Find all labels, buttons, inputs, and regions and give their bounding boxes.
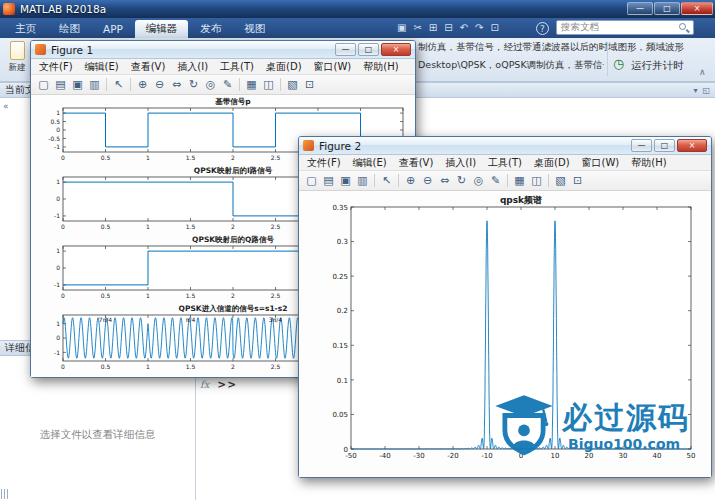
insert-legend-icon[interactable]: ▦	[243, 78, 260, 91]
zoom-out-icon[interactable]: ⊖	[419, 174, 436, 187]
phase-annotation: 7π/4	[99, 316, 112, 323]
svg-text:0: 0	[56, 264, 60, 271]
figure1-close-button[interactable]: ×	[381, 43, 411, 56]
redo-icon[interactable]: ↷	[475, 21, 483, 35]
panel-collapse-icon[interactable]: «	[3, 101, 9, 111]
figure1-titlebar[interactable]: Figure 1 — □ ×	[31, 41, 415, 59]
watermark-domain: Biguo100.com	[562, 436, 690, 452]
help-icon[interactable]: ?	[536, 22, 549, 35]
brush-icon[interactable]: ✎	[219, 78, 236, 91]
edit-plot-icon[interactable]: ↖	[110, 78, 127, 91]
pan-icon[interactable]: ⇔	[168, 78, 185, 91]
tab-apps[interactable]: APP	[92, 20, 134, 38]
zoom-out-icon[interactable]: ⊖	[151, 78, 168, 91]
figure1-maximize-button[interactable]: □	[358, 43, 379, 56]
menu-desktop[interactable]: 桌面(D)	[260, 60, 308, 74]
figure1-minimize-button[interactable]: —	[335, 43, 356, 56]
menu-insert[interactable]: 插入(I)	[439, 156, 482, 170]
menu-tools[interactable]: 工具(T)	[214, 60, 260, 74]
command-window-dock-icon[interactable]: ◱	[702, 86, 710, 95]
data-cursor-icon[interactable]: ◎	[202, 78, 219, 91]
open-file-icon[interactable]: ▤	[52, 78, 69, 91]
tab-plots[interactable]: 绘图	[48, 20, 91, 38]
save-figure-icon[interactable]: ▣	[69, 78, 86, 91]
doc-search-box[interactable]: 搜索文档	[556, 20, 694, 35]
watermark-text: 必过源码	[562, 402, 690, 434]
save-icon[interactable]: ▣	[397, 21, 406, 35]
app-close-button[interactable]: ×	[681, 2, 713, 15]
svg-text:0: 0	[61, 363, 65, 370]
zoom-in-icon[interactable]: ⊕	[402, 174, 419, 187]
insert-colorbar-icon[interactable]: ◫	[528, 174, 545, 187]
cut-icon[interactable]: ✂	[413, 21, 421, 35]
paste-icon[interactable]: ⊟	[444, 21, 452, 35]
zoom-in-icon[interactable]: ⊕	[134, 78, 151, 91]
run-and-time-label[interactable]: 运行并计时	[631, 59, 684, 73]
figure2-titlebar[interactable]: Figure 2 — □ ×	[299, 137, 711, 155]
biguo-logo-icon	[490, 388, 558, 460]
watermark: 必过源码 Biguo100.com	[490, 388, 715, 460]
tab-home[interactable]: 主页	[4, 20, 47, 38]
dock-figure-icon[interactable]: ⊡	[301, 78, 318, 91]
link-plots-icon[interactable]: ▧	[284, 78, 301, 91]
menu-file[interactable]: 文件(F)	[301, 156, 347, 170]
pan-icon[interactable]: ⇔	[436, 174, 453, 187]
menu-view[interactable]: 查看(V)	[393, 156, 440, 170]
copy-icon[interactable]: ⊞	[429, 21, 437, 35]
menu-edit[interactable]: 编辑(E)	[347, 156, 393, 170]
figure2-close-button[interactable]: ×	[677, 139, 707, 152]
run-and-time-icon[interactable]: ◷	[613, 56, 624, 71]
edit-plot-icon[interactable]: ↖	[378, 174, 395, 187]
dock-figure-icon[interactable]: ⊡	[569, 174, 586, 187]
baseband-title: 基带信号p	[214, 97, 251, 106]
command-prompt[interactable]: fx >>	[200, 378, 237, 390]
collapse-ribbon-icon[interactable]: ∧	[699, 67, 706, 77]
rotate-3d-icon[interactable]: ↻	[453, 174, 470, 187]
menu-file[interactable]: 文件(F)	[33, 60, 79, 74]
svg-text:2.5: 2.5	[271, 154, 281, 161]
save-figure-icon[interactable]: ▣	[337, 174, 354, 187]
menu-edit[interactable]: 编辑(E)	[79, 60, 125, 74]
ribbon-text-line2: Desktop\QPSK，oQPSK调制仿真，基带信号，经过带通滤波器，	[418, 59, 604, 72]
quick-access-toolbar: ▣✂⊞⊟↶↷⊡	[397, 21, 499, 35]
brush-icon[interactable]: ✎	[487, 174, 504, 187]
new-script-button[interactable]: 新建	[4, 41, 30, 74]
app-titlebar[interactable]: MATLAB R2018a — □ ×	[0, 0, 715, 18]
tab-publish[interactable]: 发布	[189, 20, 232, 38]
svg-text:-1: -1	[54, 349, 60, 356]
toolbar-separator	[374, 174, 375, 187]
insert-colorbar-icon[interactable]: ◫	[260, 78, 277, 91]
figure2-maximize-button[interactable]: □	[654, 139, 675, 152]
tab-view[interactable]: 视图	[233, 20, 276, 38]
menu-window[interactable]: 窗口(W)	[576, 156, 626, 170]
search-icon[interactable]	[679, 23, 689, 33]
resize-grip[interactable]	[1, 489, 10, 499]
new-figure-icon[interactable]: ▢	[303, 174, 320, 187]
menu-insert[interactable]: 插入(I)	[171, 60, 214, 74]
menu-desktop[interactable]: 桌面(D)	[528, 156, 576, 170]
svg-text:2: 2	[231, 154, 235, 161]
app-minimize-button[interactable]: —	[627, 2, 653, 15]
menu-window[interactable]: 窗口(W)	[308, 60, 358, 74]
app-maximize-button[interactable]: □	[654, 2, 680, 15]
tab-editor[interactable]: 编辑器	[135, 20, 189, 38]
open-file-icon[interactable]: ▤	[320, 174, 337, 187]
menu-help[interactable]: 帮助(H)	[625, 156, 672, 170]
new-figure-icon[interactable]: ▢	[35, 78, 52, 91]
svg-text:-30: -30	[413, 452, 424, 460]
print-icon[interactable]: ▥	[354, 174, 371, 187]
switch-window-icon[interactable]: ⊡	[490, 21, 498, 35]
print-icon[interactable]: ▥	[86, 78, 103, 91]
toolbar-separator	[280, 78, 281, 91]
insert-legend-icon[interactable]: ▦	[511, 174, 528, 187]
menu-tools[interactable]: 工具(T)	[482, 156, 528, 170]
menu-help[interactable]: 帮助(H)	[357, 60, 404, 74]
menu-view[interactable]: 查看(V)	[125, 60, 172, 74]
undo-icon[interactable]: ↶	[460, 21, 468, 35]
svg-text:1.5: 1.5	[186, 154, 196, 161]
figure2-minimize-button[interactable]: —	[631, 139, 652, 152]
command-window-menu-icon[interactable]: ▾	[693, 86, 697, 95]
data-cursor-icon[interactable]: ◎	[470, 174, 487, 187]
link-plots-icon[interactable]: ▧	[552, 174, 569, 187]
rotate-3d-icon[interactable]: ↻	[185, 78, 202, 91]
